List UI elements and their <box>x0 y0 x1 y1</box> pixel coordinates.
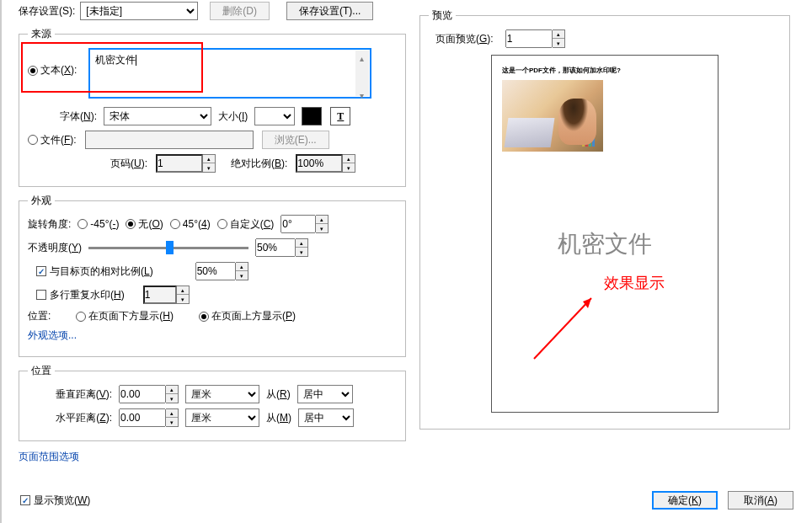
preview-page-input[interactable] <box>505 29 553 48</box>
show-preview-checkbox[interactable] <box>20 495 30 505</box>
preview-image <box>502 80 603 152</box>
spin-down-icon[interactable]: ▾ <box>177 295 189 303</box>
hdist-input[interactable] <box>119 408 166 427</box>
save-settings-label: 保存设置(S): <box>19 4 75 19</box>
from-r-label: 从(R) <box>266 387 291 402</box>
relative-scale-checkbox[interactable] <box>36 266 46 276</box>
page-num-label: 页码(U): <box>28 157 147 171</box>
font-label: 字体(N): <box>28 109 97 124</box>
svg-marker-1 <box>583 298 591 308</box>
color-picker[interactable] <box>302 107 322 125</box>
page-num-input[interactable] <box>156 154 203 173</box>
relative-scale-input[interactable] <box>195 262 236 280</box>
spin-up-icon[interactable]: ▴ <box>296 239 307 248</box>
spin-up-icon[interactable]: ▴ <box>343 155 355 163</box>
annotation-arrow-icon <box>526 283 610 367</box>
appearance-fieldset: 外观 旋转角度: -45°(-) 无(O) 45°(4) 自定义(C) ▴▾ 不… <box>19 194 406 357</box>
spin-down-icon[interactable]: ▾ <box>316 224 328 232</box>
hdist-label: 水平距离(Z): <box>28 411 112 425</box>
file-path-input[interactable] <box>85 131 254 149</box>
spin-down-icon[interactable]: ▾ <box>553 39 564 47</box>
from-m-label: 从(M) <box>266 411 291 425</box>
watermark-preview-text: 机密文件 <box>492 228 718 260</box>
rot-custom-label: 自定义(C) <box>230 217 275 232</box>
page-range-link[interactable]: 页面范围选项 <box>19 450 79 464</box>
file-radio[interactable] <box>28 135 38 145</box>
preview-doc-title: 这是一个PDF文件，那该如何加水印呢? <box>502 66 708 75</box>
spin-down-icon[interactable]: ▾ <box>203 163 215 172</box>
source-fieldset: 来源 文本(X): 机密文件 字体(N): 宋体 <box>19 27 406 187</box>
save-settings-select[interactable]: [未指定] <box>80 2 198 20</box>
position-legend: 位置 <box>28 364 55 378</box>
rot-none-radio[interactable] <box>126 219 136 229</box>
annotation-text: 效果显示 <box>551 273 718 293</box>
show-preview-label: 显示预览(W) <box>34 494 90 508</box>
relative-scale-label: 与目标页的相对比例(L) <box>50 264 153 279</box>
spin-up-icon[interactable]: ▴ <box>166 386 178 394</box>
spin-down-icon[interactable]: ▾ <box>343 163 355 172</box>
spin-down-icon[interactable]: ▾ <box>236 271 248 280</box>
abs-scale-input[interactable] <box>296 154 343 173</box>
watermark-text-input[interactable]: 机密文件 <box>88 48 371 99</box>
preview-legend: 预览 <box>429 8 456 23</box>
file-radio-label: 文件(F): <box>40 133 77 147</box>
ok-button[interactable]: 确定(K) <box>652 491 718 510</box>
rot-m45-label: -45°(-) <box>90 218 119 230</box>
rot-value-input[interactable] <box>280 215 316 233</box>
opacity-slider[interactable] <box>88 247 248 249</box>
multiline-label: 多行重复水印(H) <box>50 288 125 302</box>
multiline-checkbox[interactable] <box>36 290 46 300</box>
spin-up-icon[interactable]: ▴ <box>166 409 178 418</box>
opacity-input[interactable] <box>255 238 296 257</box>
spin-up-icon[interactable]: ▴ <box>316 216 328 224</box>
font-select[interactable]: 宋体 <box>104 107 211 125</box>
spin-down-icon[interactable]: ▾ <box>166 418 178 426</box>
below-radio[interactable] <box>76 312 86 322</box>
vdist-input[interactable] <box>119 385 166 403</box>
text-radio-label: 文本(X): <box>40 63 77 77</box>
rot-custom-radio[interactable] <box>217 219 227 229</box>
position-fieldset: 位置 垂直距离(V): ▴▾ 厘米 从(R) 居中 水平距离(Z): ▴▾ 厘米… <box>19 364 406 441</box>
above-radio[interactable] <box>199 312 209 322</box>
preview-page: 这是一个PDF文件，那该如何加水印呢? 机密文件 效果显示 <box>491 55 719 413</box>
vdist-from-select[interactable]: 居中 <box>297 385 353 403</box>
vdist-label: 垂直距离(V): <box>28 387 112 402</box>
rot-45-label: 45°(4) <box>183 218 211 230</box>
rotation-label: 旋转角度: <box>28 217 71 232</box>
vdist-unit-select[interactable]: 厘米 <box>185 385 259 403</box>
spin-up-icon[interactable]: ▴ <box>553 30 564 39</box>
spin-up-icon[interactable]: ▴ <box>177 286 189 295</box>
appearance-options-link[interactable]: 外观选项... <box>28 328 77 343</box>
source-legend: 来源 <box>28 27 55 41</box>
textarea-scrollbar[interactable] <box>355 51 369 96</box>
save-settings-button[interactable]: 保存设置(T)... <box>286 2 373 20</box>
spin-down-icon[interactable]: ▾ <box>296 248 307 256</box>
rot-none-label: 无(O) <box>138 217 163 232</box>
abs-scale-label: 绝对比例(B): <box>231 157 287 171</box>
pos-label: 位置: <box>28 309 51 323</box>
below-label: 在页面下方显示(H) <box>88 309 174 323</box>
spin-up-icon[interactable]: ▴ <box>203 155 215 163</box>
size-select[interactable] <box>254 107 295 125</box>
svg-line-0 <box>534 298 591 359</box>
page-preview-label: 页面预览(G): <box>435 32 494 46</box>
spin-down-icon[interactable]: ▾ <box>166 394 178 403</box>
above-label: 在页面上方显示(P) <box>211 309 296 323</box>
text-style-icon[interactable]: T <box>330 107 350 125</box>
appearance-legend: 外观 <box>28 194 55 208</box>
hdist-unit-select[interactable]: 厘米 <box>185 408 259 427</box>
browse-button[interactable]: 浏览(E)... <box>262 131 329 149</box>
text-radio[interactable] <box>28 66 38 76</box>
rot-m45-radio[interactable] <box>77 219 88 229</box>
spin-up-icon[interactable]: ▴ <box>236 263 248 271</box>
size-label: 大小(I) <box>218 109 248 124</box>
rot-45-radio[interactable] <box>170 219 180 229</box>
preview-fieldset: 预览 页面预览(G): ▴▾ 这是一个PDF文件，那该如何加水印呢? 机密文件 … <box>419 8 790 430</box>
delete-button[interactable]: 删除(D) <box>210 2 270 20</box>
multiline-input[interactable] <box>143 286 177 304</box>
cancel-button[interactable]: 取消(A) <box>728 491 793 510</box>
hdist-from-select[interactable]: 居中 <box>298 408 354 427</box>
opacity-label: 不透明度(Y) <box>28 241 82 255</box>
